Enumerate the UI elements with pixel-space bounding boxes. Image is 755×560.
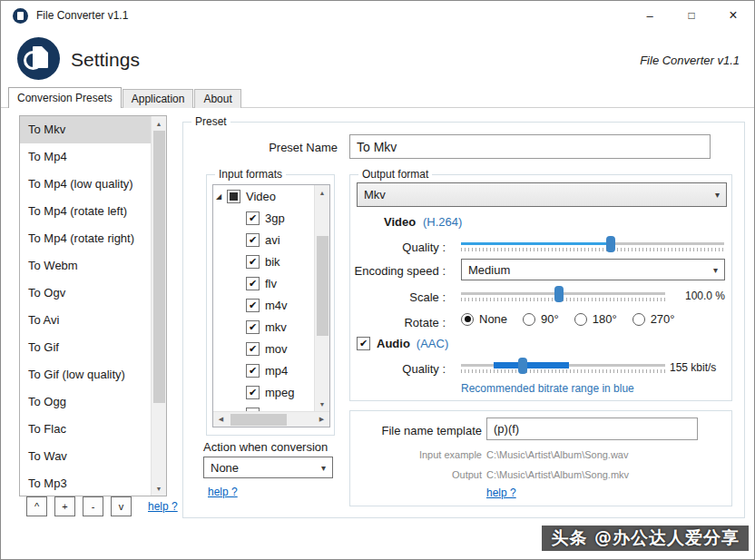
page-title: Settings bbox=[71, 49, 140, 71]
preset-group-title: Preset bbox=[191, 115, 230, 128]
format-checkbox[interactable]: ✔ bbox=[246, 255, 260, 269]
preset-item-to-flac[interactable]: To Flac bbox=[20, 416, 151, 443]
output-format-dropdown[interactable]: Mkv ▾ bbox=[357, 182, 727, 207]
audio-quality-slider[interactable] bbox=[461, 357, 665, 375]
bitrate-note: Recommended bitrate range in blue bbox=[461, 382, 634, 395]
audio-section-label: Audio bbox=[377, 337, 410, 350]
preset-item-to-wav[interactable]: To Wav bbox=[20, 443, 151, 470]
rotate-option-180[interactable]: 180° bbox=[574, 312, 617, 326]
rotate-option-270[interactable]: 270° bbox=[632, 312, 675, 326]
tree-item-m4v[interactable]: ✔ m4v bbox=[213, 294, 314, 316]
video-checkbox[interactable] bbox=[227, 190, 240, 203]
preset-item-to-gif[interactable]: To Gif bbox=[20, 334, 151, 361]
tree-expand-icon[interactable]: ◢ bbox=[216, 192, 227, 201]
tree-item-label: 3gp bbox=[265, 211, 285, 225]
preset-item-to-mp3[interactable]: To Mp3 bbox=[20, 470, 151, 496]
title-bar: File Converter v1.1 – □ × bbox=[1, 1, 754, 30]
format-checkbox[interactable]: ✔ bbox=[246, 364, 260, 378]
preset-item-to-mkv[interactable]: To Mkv bbox=[20, 116, 151, 143]
format-checkbox[interactable]: ✔ bbox=[246, 386, 260, 399]
add-preset-button[interactable]: + bbox=[54, 496, 75, 516]
slider-thumb[interactable] bbox=[606, 236, 615, 252]
scroll-right-icon[interactable]: ▶ bbox=[314, 412, 329, 427]
close-button[interactable]: × bbox=[712, 1, 754, 30]
preset-item-to-mp4-rotate-right[interactable]: To Mp4 (rotate right) bbox=[20, 225, 151, 252]
tree-horizontal-scrollbar[interactable]: ◀ ▶ bbox=[213, 411, 329, 427]
tree-scrollbar[interactable]: ▲ ▼ bbox=[314, 185, 329, 411]
encoding-speed-dropdown[interactable]: Medium ▾ bbox=[461, 259, 725, 280]
tree-item-bik[interactable]: ✔ bik bbox=[213, 251, 314, 272]
audio-section: ✔ Audio (AAC) bbox=[357, 337, 448, 350]
audio-codec-label: (AAC) bbox=[417, 337, 448, 350]
minimize-button[interactable]: – bbox=[629, 1, 671, 30]
audio-quality-value: 155 kbit/s bbox=[670, 361, 716, 374]
format-checkbox[interactable]: ✔ bbox=[246, 211, 260, 225]
tab-bar: Conversion Presets Application About bbox=[8, 87, 242, 108]
check-icon: ✔ bbox=[249, 344, 257, 354]
preset-item-to-webm[interactable]: To Webm bbox=[20, 252, 151, 280]
format-checkbox[interactable]: ✔ bbox=[246, 299, 260, 312]
preset-item-to-mp4-rotate-left[interactable]: To Mp4 (rotate left) bbox=[20, 198, 151, 225]
tab-about[interactable]: About bbox=[194, 89, 240, 108]
scroll-thumb[interactable] bbox=[317, 236, 328, 336]
remove-preset-button[interactable]: - bbox=[83, 496, 103, 516]
preset-name-input[interactable] bbox=[349, 134, 711, 159]
file-naming-help-link[interactable]: help ? bbox=[486, 486, 516, 499]
preset-item-to-gif-low-quality[interactable]: To Gif (low quality) bbox=[20, 361, 151, 388]
tree-item-ogv[interactable]: ✔ ogv bbox=[213, 403, 314, 411]
tree-item-mp4[interactable]: ✔ mp4 bbox=[213, 359, 314, 381]
video-quality-slider[interactable] bbox=[461, 235, 724, 253]
format-checkbox[interactable]: ✔ bbox=[246, 320, 260, 334]
scroll-left-icon[interactable]: ◀ bbox=[213, 412, 229, 427]
radio-label: 270° bbox=[651, 312, 675, 326]
input-formats-title: Input formats bbox=[215, 168, 286, 181]
format-checkbox[interactable]: ✔ bbox=[246, 342, 260, 356]
scale-slider[interactable] bbox=[461, 285, 665, 303]
rotate-label: Rotate : bbox=[358, 316, 446, 329]
tree-item-avi[interactable]: ✔ avi bbox=[213, 229, 314, 251]
preset-item-to-mp4-low-quality[interactable]: To Mp4 (low quality) bbox=[20, 171, 151, 198]
format-checkbox[interactable]: ✔ bbox=[246, 277, 260, 290]
slider-thumb[interactable] bbox=[554, 286, 564, 302]
rotate-option-90[interactable]: 90° bbox=[523, 312, 559, 326]
preset-item-to-mp4[interactable]: To Mp4 bbox=[20, 143, 151, 171]
window-title: File Converter v1.1 bbox=[36, 9, 128, 22]
scroll-thumb[interactable] bbox=[230, 414, 287, 426]
scroll-up-icon[interactable]: ▲ bbox=[315, 185, 330, 200]
scroll-down-icon[interactable]: ▼ bbox=[152, 481, 167, 496]
check-icon: ✔ bbox=[249, 279, 257, 289]
tree-item-flv[interactable]: ✔ flv bbox=[213, 272, 314, 294]
file-name-template-input[interactable] bbox=[486, 418, 698, 440]
recommended-bitrate-range bbox=[494, 362, 569, 368]
preset-list-scrollbar[interactable]: ▲ ▼ bbox=[151, 116, 166, 496]
action-dropdown[interactable]: None ▾ bbox=[203, 457, 333, 478]
presets-help-link[interactable]: help ? bbox=[148, 500, 178, 513]
tree-item-mkv[interactable]: ✔ mkv bbox=[213, 316, 314, 338]
format-checkbox[interactable]: ✔ bbox=[246, 233, 260, 247]
audio-quality-label: Quality : bbox=[358, 362, 446, 376]
tree-item-video[interactable]: ◢ Video bbox=[213, 185, 314, 207]
slider-thumb[interactable] bbox=[518, 358, 527, 374]
tree-item-3gp[interactable]: ✔ 3gp bbox=[213, 207, 314, 229]
slider-ticks bbox=[461, 369, 665, 373]
encoding-speed-value: Medium bbox=[468, 263, 510, 277]
tree-item-mpeg[interactable]: ✔ mpeg bbox=[213, 381, 314, 403]
move-down-button[interactable]: v bbox=[111, 496, 132, 516]
tree-item-mov[interactable]: ✔ mov bbox=[213, 338, 314, 359]
scroll-thumb[interactable] bbox=[153, 131, 165, 403]
preset-item-to-ogg[interactable]: To Ogg bbox=[20, 388, 151, 416]
scroll-up-icon[interactable]: ▲ bbox=[152, 116, 167, 131]
tab-conversion-presets[interactable]: Conversion Presets bbox=[8, 87, 122, 108]
audio-checkbox[interactable]: ✔ bbox=[357, 337, 370, 350]
maximize-button[interactable]: □ bbox=[671, 1, 712, 30]
chevron-down-icon: ▾ bbox=[715, 190, 720, 200]
file-naming-box: File name template Input example C:\Musi… bbox=[349, 410, 732, 506]
preset-item-to-ogv[interactable]: To Ogv bbox=[20, 280, 151, 307]
rotate-option-none[interactable]: None bbox=[461, 312, 507, 326]
move-up-button[interactable]: ^ bbox=[26, 496, 47, 516]
scroll-down-icon[interactable]: ▼ bbox=[315, 397, 330, 411]
input-formats-help-link[interactable]: help ? bbox=[208, 486, 238, 498]
tab-application[interactable]: Application bbox=[123, 89, 194, 108]
tree-item-label: mkv bbox=[265, 320, 287, 334]
preset-item-to-avi[interactable]: To Avi bbox=[20, 307, 151, 334]
